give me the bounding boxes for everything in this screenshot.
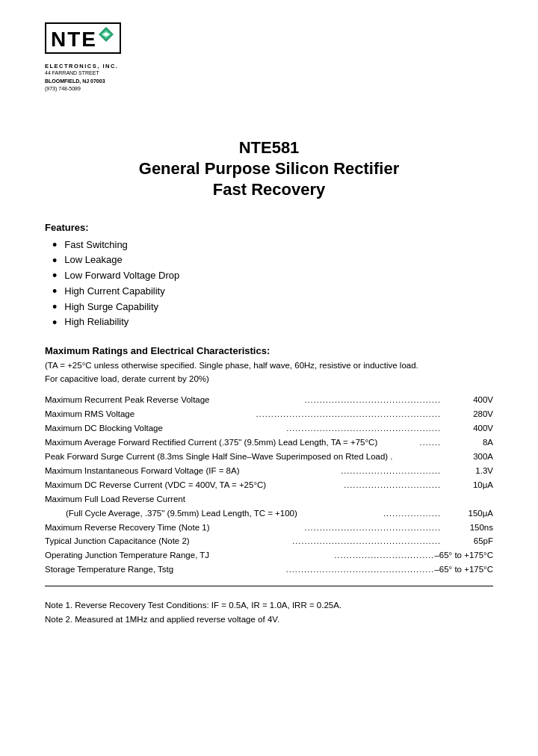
spec-row: Maximum DC Blocking Voltage ............… (45, 421, 493, 436)
logo-address-line1: 44 FARRAND STREET (45, 69, 105, 78)
ratings-note-line1: (TA = +25°C unless otherwise specified. … (45, 361, 418, 370)
features-heading: Features: (45, 222, 493, 233)
spec-row: Maximum Recurrent Peak Reverse Voltage .… (45, 393, 493, 407)
spec-label: Storage Temperature Range, Tstg (45, 563, 286, 577)
spec-row: Operating Junction Temperature Range, TJ… (45, 548, 493, 563)
spec-label: Maximum Instantaneous Forward Voltage (I… (45, 464, 341, 478)
list-item: High Surge Capability (52, 300, 493, 315)
note-1: Note 1. Reverse Recovery Test Conditions… (45, 598, 493, 613)
spec-label: Typical Junction Capacitance (Note 2) (45, 534, 292, 548)
features-list: Fast Switching Low Leakage Low Forward V… (45, 238, 493, 331)
spec-label: Maximum Reverse Recovery Time (Note 1) (45, 521, 304, 535)
part-number: NTE581 (45, 138, 493, 158)
spec-row: Maximum DC Reverse Current (VDC = 400V, … (45, 478, 493, 492)
spec-label: Maximum Average Forward Rectified Curren… (45, 436, 420, 450)
spec-table: Maximum Recurrent Peak Reverse Voltage .… (45, 393, 493, 577)
product-subtitle: Fast Recovery (45, 180, 493, 199)
ratings-note-line2: For capacitive load, derate current by 2… (45, 374, 209, 383)
spec-label: (Full Cycle Average, .375" (9.5mm) Lead … (66, 506, 383, 521)
list-item: High Current Capability (52, 284, 493, 300)
spec-label: Maximum RMS Voltage (45, 407, 256, 421)
spec-row: Typical Junction Capacitance (Note 2) ..… (45, 534, 493, 548)
spec-label: Operating Junction Temperature Range, TJ (45, 548, 335, 563)
spec-dots: ....... (420, 436, 441, 450)
spec-value: 280V (441, 407, 493, 421)
features-section: Features: Fast Switching Low Leakage Low… (45, 222, 493, 331)
spec-value: 8A (441, 436, 493, 450)
spec-value: 65pF (441, 534, 493, 548)
spec-value: 1.3V (441, 464, 493, 478)
spec-row: Maximum Reverse Recovery Time (Note 1) .… (45, 521, 493, 535)
ratings-section: Maximum Ratings and Electrical Character… (45, 345, 493, 627)
list-item: Fast Switching (52, 238, 493, 253)
spec-row: Maximum Average Forward Rectified Curren… (45, 436, 493, 450)
product-title: General Purpose Silicon Rectifier (45, 159, 493, 179)
spec-label: Maximum DC Blocking Voltage (45, 421, 286, 436)
logo-address-line2: BLOOMFIELD, NJ 07003 (45, 78, 105, 86)
spec-dots: ........................................… (292, 534, 441, 548)
spec-row: Maximum Instantaneous Forward Voltage (I… (45, 464, 493, 478)
logo-area: NTE ELECTRONICS, INC. 44 FARRAND STREET … (45, 22, 118, 93)
nte-logo-svg: NTE (45, 22, 123, 61)
list-item: High Reliability (52, 315, 493, 330)
list-item: Low Forward Voltage Drop (52, 268, 493, 284)
spec-dots: ................... (383, 506, 441, 521)
spec-dots: ........................................… (286, 563, 435, 577)
spec-label: Maximum Recurrent Peak Reverse Voltage (45, 393, 304, 407)
logo-address: 44 FARRAND STREET BLOOMFIELD, NJ 07003 (… (45, 69, 105, 93)
notes-section: Note 1. Reverse Recovery Test Conditions… (45, 598, 493, 627)
spec-dots: ........................................… (256, 407, 441, 421)
page: NTE ELECTRONICS, INC. 44 FARRAND STREET … (0, 0, 538, 756)
note-2: Note 2. Measured at 1MHz and applied rev… (45, 613, 493, 627)
spec-dots: ................................. (335, 548, 435, 563)
spec-row: Peak Forward Surge Current (8.3ms Single… (45, 450, 493, 464)
spec-value: 150ns (441, 521, 493, 535)
spec-value: 400V (441, 393, 493, 407)
spec-label: Maximum Full Load Reverse Current (45, 492, 493, 506)
logo-subtitle: ELECTRONICS, INC. (45, 63, 118, 69)
title-section: NTE581 General Purpose Silicon Rectifier… (45, 138, 493, 199)
divider (45, 586, 493, 586)
spec-value: 400V (441, 421, 493, 436)
ratings-heading: Maximum Ratings and Electrical Character… (45, 345, 493, 356)
header: NTE ELECTRONICS, INC. 44 FARRAND STREET … (45, 22, 493, 93)
spec-label: Maximum DC Reverse Current (VDC = 400V, … (45, 478, 344, 492)
spec-dots: ........................................… (286, 421, 441, 436)
spec-value: 10μA (441, 478, 493, 492)
spec-row: Maximum RMS Voltage ....................… (45, 407, 493, 421)
spec-dots: ................................. (341, 464, 441, 478)
spec-dots: ........................................… (304, 393, 441, 407)
svg-text:NTE: NTE (51, 28, 97, 51)
ratings-note: (TA = +25°C unless otherwise specified. … (45, 359, 493, 385)
logo-box: NTE (45, 22, 112, 60)
spec-value: 300A (441, 450, 493, 464)
spec-row: Storage Temperature Range, Tstg ........… (45, 563, 493, 577)
spec-dots: ........................................… (304, 521, 441, 535)
spec-row: Maximum Full Load Reverse Current (45, 492, 493, 506)
spec-value: –65° to +175°C (434, 548, 493, 563)
spec-dots: ................................ (344, 478, 441, 492)
spec-value: 150μA (441, 506, 493, 521)
spec-value: –65° to +175°C (434, 563, 493, 577)
spec-row-indent: (Full Cycle Average, .375" (9.5mm) Lead … (45, 506, 493, 521)
spec-label: Peak Forward Surge Current (8.3ms Single… (45, 450, 441, 464)
list-item: Low Leakage (52, 252, 493, 268)
logo-address-line3: (973) 748-5089 (45, 85, 105, 93)
